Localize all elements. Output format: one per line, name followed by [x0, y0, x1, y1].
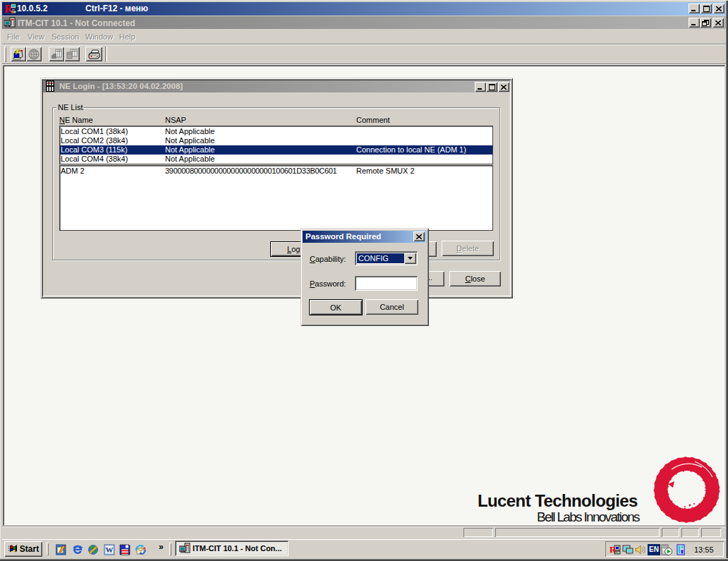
svg-text:R: R	[5, 3, 13, 15]
svg-text:R: R	[609, 544, 617, 555]
svg-text:W: W	[106, 545, 114, 554]
